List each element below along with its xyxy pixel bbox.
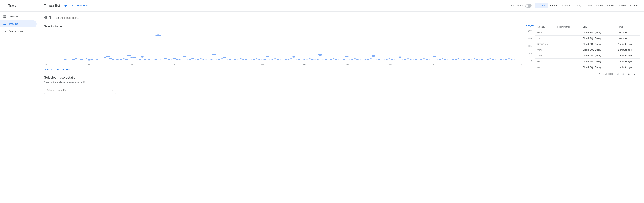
chart-container[interactable]: 2.0M 1.5M 1.0M 0.5M 0 3:35 3:40 3:45 3:5… xyxy=(44,30,532,66)
svg-point-152 xyxy=(492,59,494,60)
svg-point-99 xyxy=(351,59,354,60)
sidebar-nav: Overview Trace list Analysis reports xyxy=(0,12,40,36)
cell-http-method xyxy=(555,47,580,53)
time-btn-1hour-label: 1 hour xyxy=(540,4,546,7)
prev-page-button[interactable]: ◀ xyxy=(621,72,625,76)
table-row[interactable]: 0 ms Cloud SQL Query Just now xyxy=(535,30,640,36)
y-label-1m: 1.0M xyxy=(523,45,532,47)
svg-point-26 xyxy=(154,59,157,60)
col-url[interactable]: URL xyxy=(580,24,616,30)
svg-point-44 xyxy=(205,59,207,60)
svg-point-71 xyxy=(277,59,279,60)
svg-point-5 xyxy=(88,59,91,60)
trace-id-input[interactable] xyxy=(46,89,111,92)
time-btn-4days[interactable]: 4 days xyxy=(594,3,604,8)
svg-point-145 xyxy=(473,58,476,59)
table-row[interactable]: 0 ms Cloud SQL Query 1 minute ago xyxy=(535,64,640,70)
svg-point-104 xyxy=(364,59,366,60)
x-label-340: 3:40 xyxy=(87,64,91,66)
chart-section: Select a trace RESET xyxy=(44,24,535,94)
menu-icon[interactable] xyxy=(3,4,6,7)
sidebar-item-overview[interactable]: Overview xyxy=(0,13,36,20)
selected-trace-subtitle: Select a trace above or enter a trace ID… xyxy=(44,81,535,84)
svg-point-133 xyxy=(442,58,444,59)
svg-point-151 xyxy=(489,58,492,59)
svg-point-4 xyxy=(86,58,88,59)
pagination: 1 – 7 of 1000 |◀ ◀ ▶ ▶| xyxy=(535,70,640,78)
svg-point-123 xyxy=(415,59,417,60)
svg-point-63 xyxy=(256,58,258,59)
svg-point-91 xyxy=(330,59,332,60)
cell-latency: 0 ms xyxy=(535,64,555,70)
svg-point-97 xyxy=(345,56,348,57)
content-area: Filter Select a trace RESET xyxy=(40,12,644,203)
cell-http-method xyxy=(555,53,580,58)
sidebar-item-trace-list[interactable]: Trace list xyxy=(0,20,36,28)
svg-point-73 xyxy=(282,58,284,59)
svg-point-159 xyxy=(510,59,513,60)
filter-label: Filter xyxy=(54,16,59,19)
trace-tutorial-button[interactable]: TRACE TUTORIAL xyxy=(63,3,90,8)
svg-point-150 xyxy=(487,59,489,60)
time-btn-14days[interactable]: 14 days xyxy=(616,3,628,8)
svg-point-14 xyxy=(120,59,122,60)
table-section: Latency HTTP Method URL Time ▼ 0 ms xyxy=(535,24,640,94)
table-row[interactable]: 38366 ms Cloud SQL Query 1 minute ago xyxy=(535,41,640,47)
cell-url: Cloud SQL Query xyxy=(580,36,616,41)
svg-point-13 xyxy=(116,58,119,60)
svg-point-148 xyxy=(481,59,484,60)
time-btn-2days[interactable]: 2 days xyxy=(583,3,594,8)
main: Trace list TRACE TUTORIAL Auto Reload 1 … xyxy=(40,0,644,203)
time-btn-7days[interactable]: 7 days xyxy=(605,3,615,8)
svg-point-136 xyxy=(449,58,452,59)
auto-reload-toggle[interactable] xyxy=(525,4,532,8)
svg-point-8 xyxy=(100,58,102,59)
time-btn-1hour[interactable]: 1 hour xyxy=(534,3,548,8)
time-btn-1day[interactable]: 1 day xyxy=(573,3,583,8)
svg-point-53 xyxy=(229,59,231,60)
table-row[interactable]: 1 ms Cloud SQL Query 1 minute ago xyxy=(535,53,640,58)
first-page-button[interactable]: |◀ xyxy=(614,72,620,76)
svg-point-75 xyxy=(287,59,290,60)
reset-button[interactable]: RESET xyxy=(524,24,535,28)
time-btn-12hours[interactable]: 12 hours xyxy=(560,3,573,8)
trace-id-input-wrapper: × xyxy=(44,86,116,94)
sidebar-item-analysis-reports[interactable]: Analysis reports xyxy=(0,28,36,34)
table-row[interactable]: 0 ms Cloud SQL Query 1 minute ago xyxy=(535,47,640,53)
cell-latency: 1 ms xyxy=(535,53,555,58)
clear-trace-id-button[interactable]: × xyxy=(111,88,114,92)
cell-time: 1 minute ago xyxy=(616,53,640,58)
svg-point-126 xyxy=(423,58,425,59)
svg-point-80 xyxy=(301,58,303,59)
col-http-method[interactable]: HTTP Method xyxy=(555,24,580,30)
y-label-1-5m: 1.5M xyxy=(523,37,532,40)
svg-point-43 xyxy=(202,59,204,60)
svg-point-49 xyxy=(218,59,220,60)
cell-url: Cloud SQL Query xyxy=(580,47,616,53)
svg-point-22 xyxy=(141,56,144,57)
next-page-button[interactable]: ▶ xyxy=(627,72,631,76)
table-row[interactable]: 1 ms Cloud SQL Query Just now xyxy=(535,36,640,41)
pagination-label: 1 – 7 of 1000 xyxy=(599,73,613,75)
col-latency[interactable]: Latency xyxy=(535,24,555,30)
svg-point-109 xyxy=(378,59,380,60)
cell-http-method xyxy=(555,30,580,36)
filter-input[interactable] xyxy=(60,16,640,19)
svg-point-120 xyxy=(407,58,409,59)
svg-point-88 xyxy=(322,59,324,60)
svg-point-135 xyxy=(447,59,449,60)
svg-point-92 xyxy=(332,58,335,59)
svg-point-149 xyxy=(484,58,486,59)
time-btn-6hours[interactable]: 6 hours xyxy=(548,3,560,8)
last-page-button[interactable]: ▶| xyxy=(632,72,638,76)
table-row[interactable]: 0 ms Cloud SQL Query 1 minute ago xyxy=(535,58,640,64)
x-label-345: 3:45 xyxy=(130,64,134,66)
hide-graph-button[interactable]: HIDE TRACE GRAPH xyxy=(44,67,535,72)
svg-point-121 xyxy=(410,59,412,60)
svg-point-107 xyxy=(371,55,376,56)
x-label-430: 4:30 xyxy=(518,64,522,66)
col-time[interactable]: Time ▼ xyxy=(616,24,640,30)
time-btn-30days[interactable]: 30 days xyxy=(628,3,640,8)
cell-time: Just now xyxy=(616,36,640,41)
svg-point-82 xyxy=(306,59,308,60)
